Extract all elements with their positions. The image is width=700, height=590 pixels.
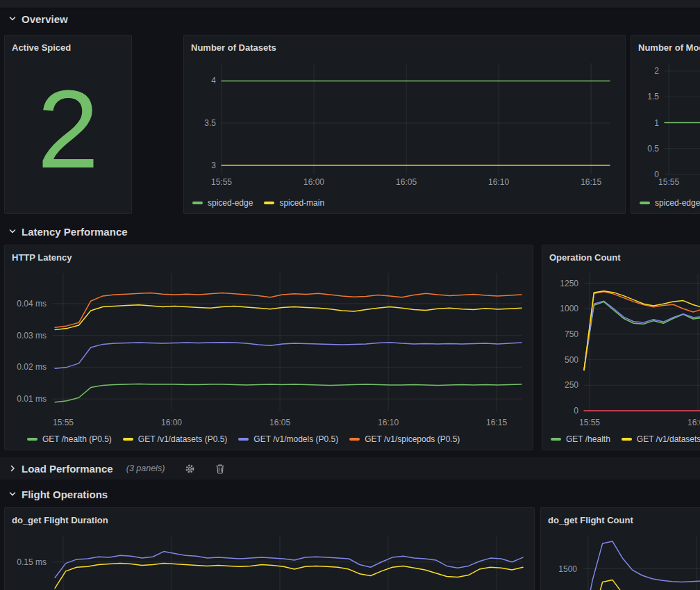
axis-tick-label: 1.5 [647, 92, 659, 101]
panel-title[interactable]: do_get Flight Count [547, 512, 700, 527]
flight-count-chart[interactable]: 150015:5516:0016:0516:10 [547, 527, 700, 590]
series-line [584, 301, 700, 369]
axis-tick-label: 1000 [560, 304, 578, 313]
axis-tick-label: 250 [565, 380, 578, 390]
axis-tick-label: 0.04 ms [17, 299, 47, 309]
panel-title[interactable]: HTTP Latency [10, 249, 527, 265]
chevron-right-icon [8, 464, 17, 473]
chart-svg: 0.01 ms0.02 ms0.03 ms0.04 ms15:5516:0016… [10, 265, 528, 432]
axis-tick-label: 16:00 [303, 177, 324, 187]
flight-duration-chart[interactable]: 0.15 ms15:5516:0016:0516:1016:15 [10, 527, 530, 590]
legend-item[interactable]: GET /v1/datasets [622, 434, 700, 444]
section-header-load-performance[interactable]: Load Performance (3 panels) [0, 457, 700, 480]
trash-icon [215, 464, 225, 474]
series-line [583, 541, 700, 590]
axis-tick-label: 15:55 [579, 418, 600, 427]
section-title: Latency Performance [22, 226, 128, 238]
legend-swatch-icon [192, 202, 203, 204]
axis-tick-label: 3.5 [204, 118, 216, 128]
axis-tick-label: 16:15 [486, 418, 507, 427]
axis-tick-label: 0.01 ms [17, 394, 47, 404]
legend-label: GET /v1/models (P0.5) [253, 434, 338, 444]
legend-swatch-icon [551, 438, 561, 441]
legend-item[interactable]: GET /health (P0.5) [27, 434, 112, 444]
series-line [55, 343, 522, 369]
legend-swatch-icon [27, 438, 38, 441]
legend: spiced-edgespiced-main [192, 198, 324, 208]
section-header-latency-performance[interactable]: Latency Performance [8, 223, 128, 240]
axis-tick-label: 1250 [560, 279, 578, 288]
section-title: Flight Operations [22, 489, 108, 500]
legend-label: GET /health (P0.5) [42, 434, 112, 444]
panel-title[interactable]: Operation Count [548, 249, 700, 265]
axis-tick-label: 750 [565, 329, 578, 339]
panel-do-get-flight-count: do_get Flight Count 150015:5516:0016:051… [540, 507, 700, 590]
section-title: Load Performance [22, 463, 113, 475]
legend-item[interactable]: spiced-main [264, 198, 324, 208]
chart-svg: 150015:5516:0016:0516:10 [547, 527, 700, 590]
legend-swatch-icon [123, 438, 133, 441]
chart-svg: 0.15 ms15:5516:0016:0516:1016:15 [10, 527, 530, 590]
axis-tick-label: 1 [654, 118, 659, 128]
axis-tick-label: 15:55 [658, 177, 679, 187]
chart-svg: 00.511.5215:5516:00 [637, 55, 700, 191]
legend-label: GET /v1/datasets [637, 434, 700, 444]
panel-http-latency: HTTP Latency 0.01 ms0.02 ms0.03 ms0.04 m… [4, 245, 533, 450]
section-header-flight-operations[interactable]: Flight Operations [8, 486, 108, 502]
legend-item[interactable]: GET /v1/models (P0.5) [238, 434, 338, 444]
section-header-overview[interactable]: Overview [8, 10, 68, 27]
panel-number-of-datasets: Number of Datasets 33.5415:5516:0016:051… [183, 35, 626, 214]
axis-tick-label: 16:10 [378, 418, 399, 427]
legend-swatch-icon [640, 202, 650, 204]
legend-item[interactable]: spiced-edge [640, 198, 700, 208]
panel-title[interactable]: Number of Datasets [190, 40, 619, 55]
panel-do-get-flight-duration: do_get Flight Duration 0.15 ms15:5516:00… [4, 507, 535, 590]
legend-label: spiced-edge [208, 198, 253, 208]
series-line [55, 293, 522, 327]
legend-item[interactable]: GET /v1/spicepods (P0.5) [349, 434, 460, 444]
legend: spiced-edge [640, 198, 700, 208]
chevron-down-icon [8, 227, 17, 236]
panel-title[interactable]: do_get Flight Duration [10, 512, 528, 527]
http-latency-chart[interactable]: 0.01 ms0.02 ms0.03 ms0.04 ms15:5516:0016… [10, 265, 528, 434]
series-line [55, 384, 522, 402]
legend-swatch-icon [238, 438, 249, 441]
panel-number-of-models: Number of Models 00.511.5215:5516:00 spi… [631, 35, 700, 214]
axis-tick-label: 16:15 [581, 177, 601, 187]
panel-title[interactable]: Number of Models [637, 40, 700, 55]
axis-tick-label: 0.5 [647, 144, 659, 154]
models-chart[interactable]: 00.511.5215:5516:00 [637, 55, 700, 194]
axis-tick-label: 16:00 [161, 418, 182, 427]
axis-tick-label: 0.03 ms [17, 331, 47, 341]
legend-item[interactable]: GET /health [551, 434, 610, 444]
axis-tick-label: 1500 [558, 564, 577, 574]
operation-count-chart[interactable]: 02505007501000125015:5516:0016:0516:10 [548, 265, 700, 434]
axis-tick-label: 500 [565, 355, 578, 365]
series-line [583, 580, 700, 590]
top-bar [0, 0, 700, 8]
row-settings-button[interactable] [185, 464, 195, 474]
datasets-chart[interactable]: 33.5415:5516:0016:0516:1016:15 [190, 55, 621, 194]
legend-label: GET /v1/spicepods (P0.5) [365, 434, 460, 444]
legend: GET /healthGET /v1/datasets [551, 434, 700, 444]
gear-icon [185, 464, 195, 474]
row-delete-button[interactable] [215, 464, 225, 474]
axis-tick-label: 16:05 [269, 418, 290, 427]
axis-tick-label: 3 [211, 161, 216, 170]
chart-svg: 02505007501000125015:5516:0016:0516:10 [548, 265, 700, 432]
legend-item[interactable]: GET /v1/datasets (P0.5) [123, 434, 228, 444]
panel-active-spiced: Active Spiced 2 [4, 35, 132, 214]
legend-item[interactable]: spiced-edge [192, 198, 253, 208]
series-line [55, 305, 522, 330]
series-line [55, 552, 523, 578]
chart-svg: 33.5415:5516:0016:0516:1016:15 [190, 55, 621, 191]
axis-tick-label: 0.02 ms [17, 362, 47, 372]
panel-operation-count: Operation Count 02505007501000125015:551… [542, 245, 700, 450]
axis-tick-label: 15:55 [53, 418, 74, 427]
axis-tick-label: 15:55 [211, 177, 232, 187]
axis-tick-label: 0 [574, 406, 578, 416]
legend-label: spiced-edge [655, 198, 700, 208]
legend-swatch-icon [264, 202, 274, 204]
section-title: Overview [22, 13, 68, 25]
legend-label: GET /health [566, 434, 610, 444]
